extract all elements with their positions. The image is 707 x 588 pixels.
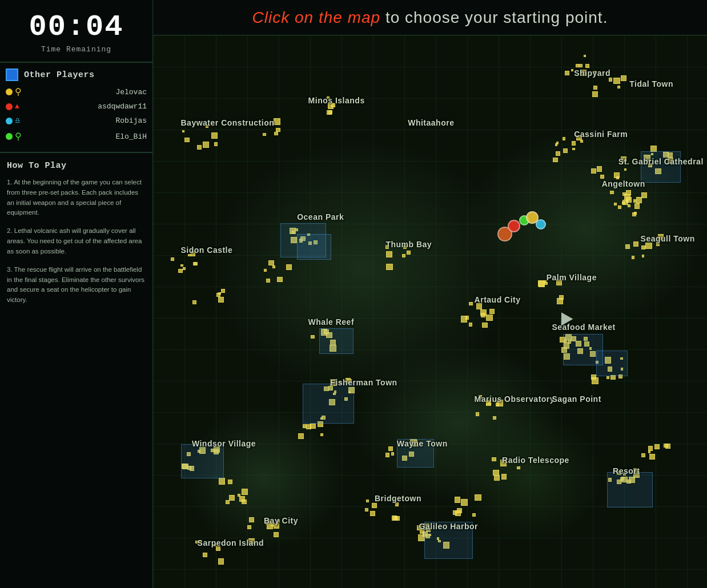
building-square [191,251,196,256]
building-square [211,132,218,139]
map-container[interactable]: ShipyardTidal TownMinos IslandsBaywater … [153,35,707,588]
building-square [184,138,189,142]
building-square [559,295,564,300]
player-name: asdqwdawr11 [24,102,147,111]
building-square [277,277,282,282]
building-square [469,323,472,326]
building-square [180,264,183,267]
building-square [311,335,314,339]
player-row: ▲asdqwdawr11 [6,102,147,111]
building-square [455,497,460,502]
building-square [327,96,329,99]
building-square [597,166,602,172]
zone-box [303,384,354,424]
building-square [385,453,390,457]
building-square [633,468,637,472]
building-square [641,245,646,250]
building-square [182,130,184,132]
building-square [641,453,645,457]
building-square [475,494,481,501]
building-square [621,156,626,162]
other-players-icon [6,69,18,81]
building-square [365,508,368,512]
building-square [198,540,202,543]
building-square [472,513,475,516]
building-square [242,500,247,505]
building-square [276,128,280,132]
player-row: ⚲Jelovac [6,86,147,98]
player-dot [6,103,13,110]
building-square [616,176,619,179]
building-square [178,269,183,273]
building-square [274,532,279,537]
timer-section: 00:04 Time Remaining [0,0,152,62]
building-square [193,262,196,265]
building-square [214,142,218,146]
zone-box [641,151,681,183]
building-square [664,444,668,448]
building-square [539,281,545,287]
building-square [617,86,621,89]
map-area[interactable]: Click on the map to choose your starting… [153,0,707,588]
building-square [500,460,507,466]
player-row: ⚲Elo_BiH [6,130,147,143]
building-square [648,446,653,450]
building-square [274,118,280,125]
building-square [197,145,202,150]
building-square [320,433,323,436]
building-square [517,466,520,469]
howtoplay-steps: 1. At the beginning of the game you can … [7,178,146,305]
sidebar: 00:04 Time Remaining Other Players ⚲Jelo… [0,0,153,588]
building-square [480,309,487,316]
building-square [648,450,650,453]
building-square [555,143,557,146]
player-icon-container: ⚲ [6,131,24,142]
howtoplay-step: 1. At the beginning of the game you can … [7,178,146,218]
building-square [331,103,335,107]
building-square [286,264,292,270]
building-square [310,424,315,429]
zone-box [424,522,473,559]
building-square [274,523,279,528]
building-square [479,395,483,399]
building-square [385,245,389,249]
player-dot [6,88,13,95]
player-name: Robijas [24,116,147,125]
howtoplay-title: How To Play [7,161,146,171]
building-square [493,416,496,420]
building-square [594,71,596,73]
building-square [206,125,208,128]
building-square [636,197,642,203]
building-square [626,200,629,203]
players-header: Other Players [6,69,147,81]
building-square [634,203,640,208]
building-square [455,510,461,516]
building-square [654,444,660,449]
building-square [171,257,174,261]
building-square [553,158,558,163]
building-square [628,204,630,207]
building-square [263,133,266,136]
building-square [226,500,230,504]
building-square [501,474,507,480]
building-square [642,255,644,257]
building-square [192,300,196,304]
building-square [228,480,233,485]
player-name: Elo_BiH [24,132,147,141]
building-square [386,251,392,257]
zone-box [397,439,434,468]
building-square [614,203,617,206]
building-square [649,454,655,460]
building-square [576,135,582,141]
building-square [266,279,270,283]
building-square [486,401,491,406]
player-dot [6,133,13,140]
player-row: ♎Robijas [6,115,147,127]
building-square [303,424,307,428]
building-square [563,137,565,140]
building-square [565,71,569,75]
building-square [395,502,399,506]
building-square [572,148,575,151]
building-square [391,452,395,456]
top-bar-highlight: Click on the map [252,9,381,26]
